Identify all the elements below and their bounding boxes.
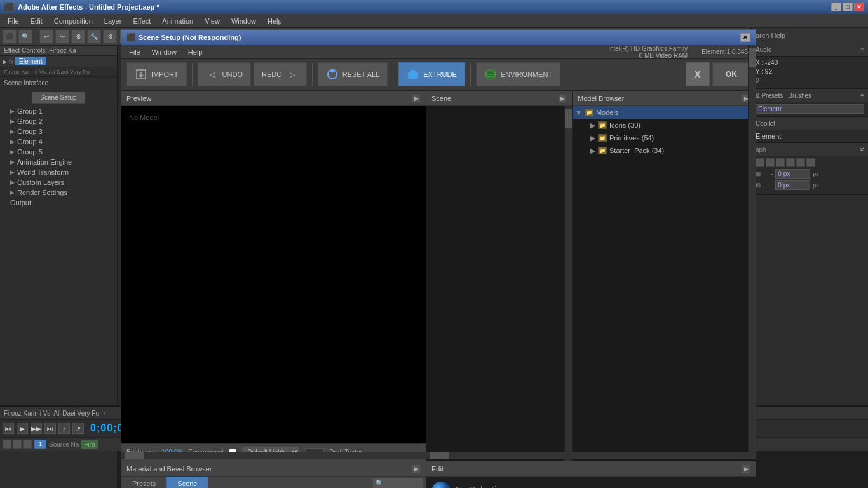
material-expand-btn[interactable]: ▶	[412, 464, 421, 473]
mat-hscrollbar-thumb	[125, 452, 144, 459]
dialog-menu-help[interactable]: Help	[183, 47, 208, 57]
copilot-content: Element	[752, 130, 868, 142]
tool-btn-1[interactable]: ⬛	[3, 30, 17, 44]
dialog-close-btn[interactable]: ✕	[740, 33, 750, 42]
menu-edit[interactable]: Edit	[25, 16, 48, 26]
tc-play[interactable]: ▶	[17, 423, 28, 434]
effect-controls-bar: ▶ fx Element	[0, 56, 117, 67]
minimize-btn[interactable]: _	[831, 3, 841, 11]
align-btn-4[interactable]	[786, 158, 795, 167]
tree-item-8[interactable]: ▶Render Settings	[0, 187, 117, 198]
pos-y-dash: -	[771, 182, 773, 189]
tc-first[interactable]: ⏮	[3, 423, 14, 434]
edit-scrollbar[interactable]	[748, 45, 756, 452]
audio-header[interactable]: Audio ≡	[752, 43, 868, 56]
scene-setup-button[interactable]: Scene Setup	[32, 92, 85, 104]
menu-help[interactable]: Help	[262, 16, 287, 26]
align-btn-1[interactable]	[756, 158, 764, 167]
tool-btn-5[interactable]: ⚙	[103, 30, 117, 44]
tc-audio[interactable]: ♪	[58, 423, 70, 434]
tc-play2[interactable]: ▶▶	[31, 423, 42, 434]
undo-button[interactable]: ◁ UNDO	[198, 62, 251, 86]
no-selection-label: No Selection	[456, 482, 506, 488]
align-btn-5[interactable]	[796, 158, 805, 167]
align-btn-2[interactable]	[766, 158, 775, 167]
edit-expand-btn[interactable]: ▶	[742, 464, 750, 473]
maximize-btn[interactable]: □	[843, 3, 853, 11]
menu-animation[interactable]: Animation	[157, 16, 198, 26]
tc-last[interactable]: ⏭	[44, 423, 56, 434]
tree-item-3[interactable]: ▶Group 4	[0, 137, 117, 147]
edit-hscrollbar[interactable]	[426, 452, 756, 459]
src-icon-3[interactable]	[23, 440, 32, 449]
scene-expand-btn[interactable]: ▶	[558, 94, 567, 103]
pos-x-input[interactable]	[775, 169, 810, 179]
environment-button[interactable]: ENVIRONMENT	[476, 62, 560, 86]
menu-window[interactable]: Window	[226, 16, 261, 26]
icons-folder-icon: 📁	[598, 121, 607, 129]
tool-btn-3[interactable]: ⚙	[71, 30, 85, 44]
layer-num[interactable]: 1	[34, 440, 46, 449]
element-tab-label[interactable]: Element	[15, 57, 46, 65]
tree-item-2[interactable]: ▶Group 3	[0, 126, 117, 137]
tool-btn-4[interactable]: 🔧	[87, 30, 101, 44]
model-icons[interactable]: ▶ 📁 Icons (30)	[573, 119, 756, 132]
scene-setup-dialog: ⬛ Scene Setup (Not Responding) ✕ File Wi…	[121, 29, 756, 460]
menu-composition[interactable]: Composition	[49, 16, 98, 26]
pos-y-input[interactable]	[775, 180, 810, 190]
tool-undo[interactable]: ↩	[39, 30, 53, 44]
tool-redo[interactable]: ↪	[55, 30, 69, 44]
import-button[interactable]: IMPORT	[126, 62, 187, 86]
dialog-menu-file[interactable]: File	[124, 47, 146, 57]
element-version: Element 1.0.345	[702, 48, 748, 55]
dialog-menu-window[interactable]: Window	[147, 47, 182, 57]
copilot-header[interactable]: Copilot	[752, 117, 868, 130]
menu-file[interactable]: File	[3, 16, 24, 26]
environment-icon	[484, 68, 497, 81]
extrude-button[interactable]: EXTRUDE	[398, 62, 465, 86]
model-root[interactable]: ▼ 📁 Models	[573, 106, 756, 119]
tree-item-9[interactable]: Output	[0, 198, 117, 208]
source-icons	[3, 440, 32, 449]
menu-view[interactable]: View	[200, 16, 225, 26]
scene-tab[interactable]: Scene	[166, 477, 208, 488]
model-primitives[interactable]: ▶ 📁 Primitives (54)	[573, 132, 756, 144]
preview-viewport[interactable]: No Model	[121, 106, 426, 443]
tree-item-7[interactable]: ▶Custom Layers	[0, 177, 117, 187]
tree-arrow-1: ▶	[10, 118, 15, 125]
presets-header[interactable]: & Presets Brushes ≡	[752, 89, 868, 102]
tree-arrow-3: ▶	[10, 139, 15, 145]
reset-all-button[interactable]: RESET ALL	[318, 62, 388, 86]
redo-button[interactable]: REDO ▷	[254, 62, 307, 86]
tree-item-1[interactable]: ▶Group 2	[0, 116, 117, 126]
menu-layer[interactable]: Layer	[99, 16, 127, 26]
align-btn-6[interactable]	[806, 158, 815, 167]
tree-arrow-8: ▶	[10, 189, 15, 196]
src-icon-2[interactable]	[13, 440, 22, 449]
x-button[interactable]: X	[686, 62, 710, 86]
model-starter-pack[interactable]: ▶ 📁 Starter_Pack (34)	[573, 144, 756, 157]
material-search[interactable]	[372, 478, 423, 488]
presets-tab[interactable]: Presets	[121, 477, 166, 488]
tree-item-6[interactable]: ▶World Transform	[0, 167, 117, 177]
src-icon-1[interactable]	[3, 440, 11, 449]
extrude-icon	[407, 68, 419, 81]
close-btn[interactable]: ✕	[854, 3, 864, 11]
tool-btn-2[interactable]: 🔍	[18, 30, 32, 44]
tree-item-4[interactable]: ▶Group 5	[0, 147, 117, 157]
ok-button[interactable]: OK	[712, 62, 750, 86]
menu-effect[interactable]: Effect	[128, 16, 156, 26]
mat-hscrollbar[interactable]	[121, 452, 426, 459]
edit-content: No Selection	[426, 477, 756, 488]
tc-out[interactable]: ↗	[72, 423, 84, 434]
tree-item-0[interactable]: ▶Group 1	[0, 106, 117, 116]
tree-item-5[interactable]: ▶Animation Engine	[0, 157, 117, 167]
element-search-input[interactable]	[756, 104, 864, 114]
tree-label-4: Group 5	[17, 148, 43, 156]
align-btn-3[interactable]	[776, 158, 785, 167]
graph-header[interactable]: aph ✕	[752, 143, 868, 156]
scene-scrollbar[interactable]	[564, 106, 572, 461]
preview-expand-btn[interactable]: ▶	[412, 94, 421, 103]
pos-y-icon: ⊠	[756, 182, 768, 189]
scene-viewport[interactable]	[426, 106, 572, 461]
